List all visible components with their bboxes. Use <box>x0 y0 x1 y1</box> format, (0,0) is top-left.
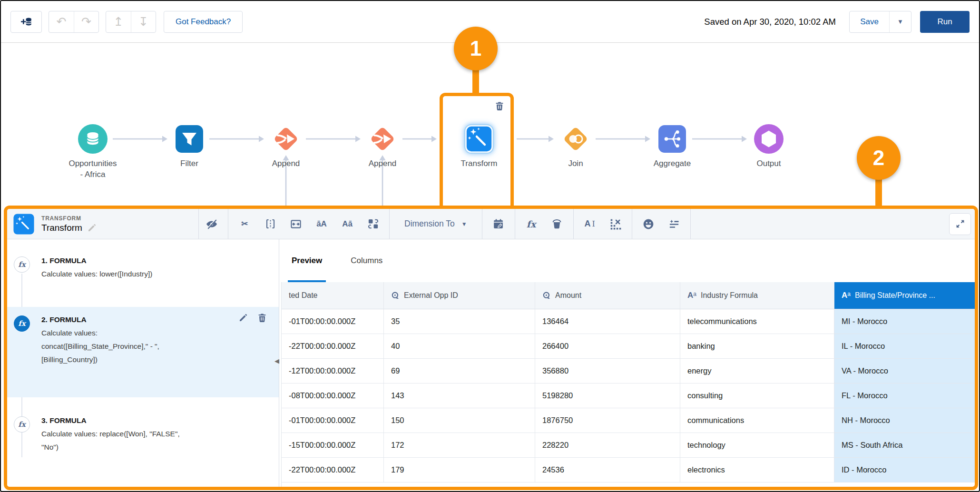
dataflow-canvas: Opportunities - AfricaFilterAppendAppend… <box>1 43 980 206</box>
flow-node-filter[interactable]: Filter <box>151 124 227 169</box>
collapse-steps-arrow-icon[interactable]: ◀ <box>274 357 279 364</box>
save-dropdown-button[interactable]: ▼ <box>890 11 911 32</box>
app-window: ↶ ↷ ↥ ↧ Got Feedback? Saved on Apr 30, 2… <box>0 0 980 492</box>
hide-field-icon[interactable] <box>199 209 225 239</box>
table-cell: communications <box>680 408 834 433</box>
toolbar-separator <box>690 209 691 239</box>
formula-icon[interactable]: fx <box>519 209 544 239</box>
table-cell: telecommunications <box>680 309 834 334</box>
table-row: -01T00:00:00.000Z35136464telecommunicati… <box>282 309 975 334</box>
undo-redo-group: ↶ ↷ <box>49 11 99 33</box>
formula-step-item[interactable]: fx1. FORMULACalculate values: lower([Ind… <box>7 239 279 307</box>
column-header[interactable]: External Opp ID <box>384 282 535 309</box>
table-cell: -22T00:00:00.000Z <box>282 458 384 482</box>
flow-node-append[interactable]: Append <box>248 124 324 169</box>
formula-step-item[interactable]: fx2. FORMULACalculate values: concat([Bi… <box>7 307 279 397</box>
table-cell: banking <box>680 334 834 359</box>
preview-tabs: Preview Columns <box>281 239 975 282</box>
flow-node-join[interactable]: Join <box>538 124 614 169</box>
got-feedback-button[interactable]: Got Feedback? <box>164 11 243 33</box>
tab-preview[interactable]: Preview <box>288 239 326 282</box>
transform-steps-list: fx1. FORMULACalculate values: lower([Ind… <box>7 239 279 487</box>
table-cell: 356880 <box>535 359 680 384</box>
table-row: -12T00:00:00.000Z69356880energyVA - Moro… <box>282 359 975 384</box>
column-header[interactable]: AaIndustry Formula <box>680 282 834 309</box>
node-label: Append <box>369 158 397 169</box>
table-row: -22T00:00:00.000Z40266400bankingIL - Mor… <box>282 334 975 359</box>
lowercase-icon[interactable]: Aā <box>334 209 360 239</box>
table-cell: VA - Morocco <box>834 359 975 384</box>
step-title: 1. FORMULA <box>41 256 265 265</box>
toolbar-separator <box>228 209 228 239</box>
transform-icon <box>464 124 494 154</box>
table-header-row: ted DateExternal Opp IDAmountAaIndustry … <box>282 282 975 309</box>
save-button-group: Save ▼ <box>849 11 911 33</box>
callout-1-stem <box>472 67 479 96</box>
saved-status-text: Saved on Apr 30, 2020, 10:02 AM <box>704 17 836 27</box>
node-label: Join <box>568 158 583 169</box>
upload-button[interactable]: ↥ <box>106 11 131 32</box>
formula-step-item[interactable]: fx3. FORMULACalculate values: replace([W… <box>7 397 279 487</box>
delete-node-trash-icon[interactable] <box>494 101 505 113</box>
node-title: Transform <box>41 223 82 233</box>
add-dataset-button[interactable] <box>10 11 42 33</box>
node-label: Filter <box>180 158 198 169</box>
uppercase-icon[interactable]: āA <box>309 209 334 239</box>
predict-missing-icon[interactable] <box>661 209 687 239</box>
flow-node-transform[interactable]: Transform <box>441 124 517 169</box>
download-button[interactable]: ↧ <box>131 11 156 32</box>
edit-values-icon[interactable]: AI <box>577 209 603 239</box>
toolbar-separator <box>515 209 515 239</box>
date-format-icon[interactable] <box>486 209 511 239</box>
delete-step-trash-icon[interactable] <box>257 313 267 323</box>
node-label: Output <box>756 158 781 169</box>
table-cell: -15T00:00:00.000Z <box>282 433 384 458</box>
undo-button[interactable]: ↶ <box>49 11 74 32</box>
step-title: 3. FORMULA <box>41 416 265 425</box>
tab-columns[interactable]: Columns <box>347 239 386 282</box>
split-column-icon[interactable] <box>257 209 283 239</box>
undo-icon: ↶ <box>57 15 67 29</box>
toolbar-separator <box>573 209 574 239</box>
bucket-icon[interactable] <box>544 209 570 239</box>
table-cell: -12T00:00:00.000Z <box>282 359 384 384</box>
drop-columns-icon[interactable] <box>603 209 628 239</box>
replace-values-icon[interactable] <box>360 209 386 239</box>
redo-button[interactable]: ↷ <box>74 11 98 32</box>
dropdown-label: Dimension To <box>404 219 455 229</box>
extract-values-icon[interactable] <box>283 209 309 239</box>
flow-node-output[interactable]: Output <box>731 124 807 169</box>
upload-download-group: ↥ ↧ <box>106 11 156 33</box>
flow-node-aggregate[interactable]: Aggregate <box>634 124 710 169</box>
run-button[interactable]: Run <box>920 11 970 33</box>
step-description: Calculate values: replace([Won], "FALSE"… <box>41 427 198 454</box>
dimension-to-dropdown[interactable]: Dimension To▼ <box>393 219 479 229</box>
table-cell: electronics <box>680 458 834 482</box>
upload-icon: ↥ <box>114 15 124 29</box>
column-header[interactable]: AaBilling State/Province ... <box>834 282 975 309</box>
save-button[interactable]: Save <box>850 11 890 32</box>
column-header[interactable]: ted Date <box>282 282 384 309</box>
measure-icon <box>391 291 400 300</box>
trim-values-icon[interactable]: ✂ <box>232 209 257 239</box>
formula-step-icon: fx <box>14 256 30 273</box>
transform-wand-icon <box>13 213 35 235</box>
edit-title-pencil-icon[interactable] <box>87 223 97 233</box>
flow-node-dataset[interactable]: Opportunities - Africa <box>55 124 131 180</box>
table-cell: 266400 <box>535 334 680 359</box>
edit-step-pencil-icon[interactable] <box>238 313 248 323</box>
step-title: 2. FORMULA <box>41 315 265 324</box>
table-cell: ID - Morocco <box>834 458 975 482</box>
detect-sentiment-icon[interactable] <box>636 209 661 239</box>
redo-icon: ↷ <box>81 15 91 29</box>
download-icon: ↧ <box>138 15 148 29</box>
flow-node-append[interactable]: Append <box>344 124 421 169</box>
column-header-label: External Opp ID <box>404 291 458 300</box>
callout-1-badge: 1 <box>454 27 498 70</box>
column-header[interactable]: Amount <box>535 282 680 309</box>
join-icon <box>560 124 591 154</box>
table-cell: 172 <box>384 433 535 458</box>
expand-panel-button[interactable] <box>949 213 971 235</box>
table-cell: -08T00:00:00.000Z <box>282 384 384 408</box>
table-cell: 136464 <box>535 309 680 334</box>
